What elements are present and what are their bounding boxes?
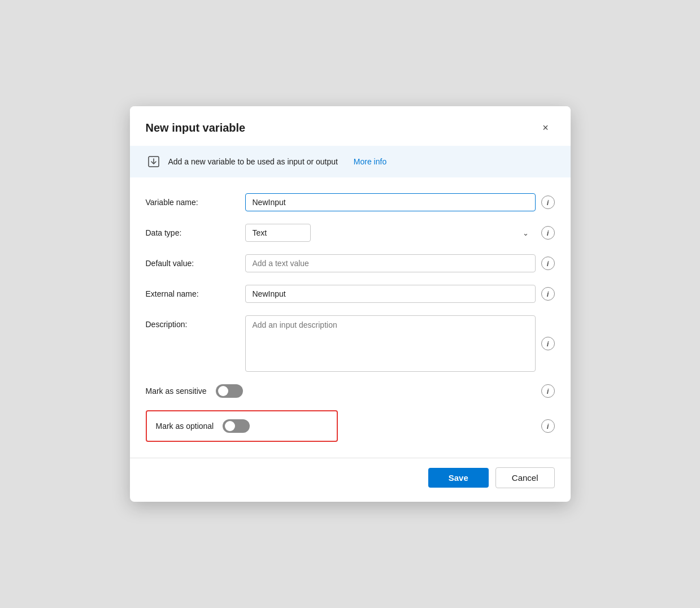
mark-sensitive-row: Mark as sensitive i — [146, 384, 555, 398]
default-value-row: Default value: i — [146, 254, 555, 272]
mark-sensitive-info-button[interactable]: i — [541, 384, 555, 398]
mark-optional-toggle[interactable] — [223, 419, 250, 433]
save-button[interactable]: Save — [428, 468, 489, 488]
data-type-select-wrapper: Text Number Boolean List Custom object ⌄ — [245, 224, 536, 242]
description-label: Description: — [146, 315, 236, 329]
optional-toggle-thumb — [225, 421, 235, 431]
variable-name-control: i — [245, 193, 555, 211]
description-textarea[interactable] — [245, 315, 536, 372]
chevron-down-icon: ⌄ — [523, 229, 529, 237]
sensitive-row-inner: Mark as sensitive i — [146, 384, 555, 398]
default-value-control: i — [245, 254, 555, 272]
sensitive-left: Mark as sensitive — [146, 384, 243, 398]
default-value-label: Default value: — [146, 254, 236, 268]
data-type-control: Text Number Boolean List Custom object ⌄… — [245, 224, 555, 242]
banner-text: Add a new variable to be used as input o… — [168, 157, 338, 166]
sensitive-toggle-thumb — [218, 386, 228, 396]
external-name-label: External name: — [146, 285, 236, 298]
download-icon — [146, 154, 162, 170]
variable-name-info-button[interactable]: i — [541, 196, 555, 209]
external-name-row: External name: i — [146, 285, 555, 303]
description-row: Description: i — [146, 315, 555, 372]
default-value-info-button[interactable]: i — [541, 257, 555, 270]
mark-optional-row: Mark as optional i — [146, 410, 555, 442]
description-info-button[interactable]: i — [541, 337, 555, 350]
data-type-label: Data type: — [146, 224, 236, 237]
dialog-body: Variable name: i Data type: Text Number … — [130, 177, 571, 458]
cancel-button[interactable]: Cancel — [495, 467, 555, 488]
mark-optional-info-button[interactable]: i — [541, 419, 555, 433]
description-control: i — [245, 315, 555, 372]
data-type-info-button[interactable]: i — [541, 226, 555, 240]
new-input-variable-dialog: New input variable × Add a new variable … — [130, 106, 571, 502]
dialog-footer: Save Cancel — [130, 458, 571, 502]
mark-sensitive-toggle[interactable] — [216, 384, 243, 398]
mark-optional-highlight-box: Mark as optional — [146, 410, 338, 442]
optional-toggle-track — [223, 419, 250, 433]
variable-name-input[interactable] — [245, 193, 536, 211]
close-button[interactable]: × — [537, 119, 555, 137]
dialog-title: New input variable — [146, 121, 246, 134]
info-banner: Add a new variable to be used as input o… — [130, 146, 571, 177]
external-name-input[interactable] — [245, 285, 536, 303]
mark-optional-label: Mark as optional — [156, 422, 214, 431]
variable-name-row: Variable name: i — [146, 193, 555, 211]
default-value-input[interactable] — [245, 254, 536, 272]
external-name-control: i — [245, 285, 555, 303]
sensitive-toggle-track — [216, 384, 243, 398]
more-info-link[interactable]: More info — [354, 157, 386, 166]
variable-name-label: Variable name: — [146, 193, 236, 207]
dialog-header: New input variable × — [130, 106, 571, 146]
data-type-row: Data type: Text Number Boolean List Cust… — [146, 224, 555, 242]
external-name-info-button[interactable]: i — [541, 287, 555, 301]
data-type-select[interactable]: Text Number Boolean List Custom object — [245, 224, 311, 242]
mark-sensitive-label: Mark as sensitive — [146, 386, 207, 396]
